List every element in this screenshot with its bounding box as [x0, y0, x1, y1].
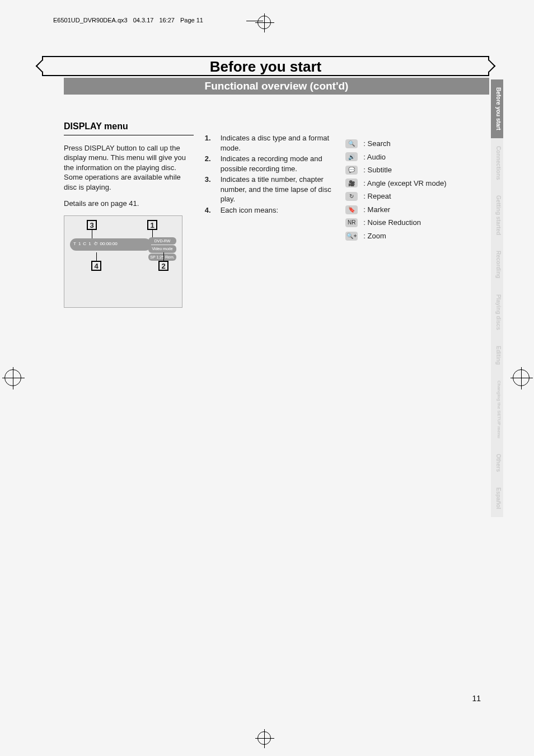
noise-reduction-icon: NR [345, 218, 358, 227]
icon-label: : Zoom [363, 231, 386, 241]
page: E6501UD_DVR90DEA.qx3 04.3.17 16:27 Page … [0, 0, 534, 756]
section-tabs: Before you start Connections Getting sta… [491, 79, 503, 517]
item-number: 2. [205, 154, 215, 173]
section-heading: DISPLAY menu [64, 120, 194, 135]
callout-1: 1 [147, 220, 157, 230]
icon-label: : Noise Reduction [363, 218, 421, 228]
numbered-list: 1. Indicates a disc type and a format mo… [205, 133, 335, 215]
diagram-status-bar: T 1 C 1 ⏱ 00:00:00 [70, 238, 151, 251]
zoom-icon: 🔍+ [345, 232, 358, 241]
item-text: Indicates a recording mode and possible … [221, 154, 335, 173]
display-diagram: 3 1 T 1 C 1 ⏱ 00:00:00 DVD-RW Video mode… [64, 215, 182, 308]
file-time: 16:27 [159, 17, 175, 24]
icon-label: : Angle (except VR mode) [363, 179, 446, 189]
item-number: 4. [205, 205, 215, 215]
format-mode-pill: Video mode [148, 245, 176, 252]
callout-4: 4 [91, 261, 101, 271]
repeat-icon: ↻ [345, 192, 358, 201]
list-item: 🔍+ : Zoom [345, 231, 475, 241]
marker-icon: 🔖 [345, 205, 358, 214]
callout-line [96, 252, 97, 261]
title-bar: Before you start [42, 56, 489, 76]
icon-label: : Marker [363, 205, 390, 215]
diagram-right-pills: DVD-RW Video mode SP 1:25 Rem. [148, 237, 176, 261]
file-meta: E6501UD_DVR90DEA.qx3 04.3.17 16:27 Page … [53, 17, 203, 24]
tab-before-you-start[interactable]: Before you start [491, 79, 503, 138]
callout-line [163, 252, 164, 261]
list-item: 3. Indicates a title number, chapter num… [205, 175, 335, 204]
list-item: NR : Noise Reduction [345, 218, 475, 228]
list-item: 💬 : Subtitle [345, 165, 475, 175]
column-right: 🔍 : Search 🔊 : Audio 💬 : Subtitle 🎥 : An… [345, 120, 475, 308]
title-letter: T [73, 241, 76, 247]
content: DISPLAY menu Press DISPLAY button to cal… [64, 120, 475, 308]
tab-editing[interactable]: Editing [491, 338, 503, 373]
tab-playing-discs[interactable]: Playing discs [491, 287, 503, 338]
icon-legend-list: 🔍 : Search 🔊 : Audio 💬 : Subtitle 🎥 : An… [345, 139, 475, 241]
column-left: DISPLAY menu Press DISPLAY button to cal… [64, 120, 194, 308]
tab-changing-setup[interactable]: Changing the SETUP menu [491, 373, 503, 446]
item-number: 1. [205, 133, 215, 153]
audio-icon: 🔊 [345, 152, 358, 161]
icon-label: : Subtitle [363, 165, 392, 175]
list-item: 🔖 : Marker [345, 205, 475, 215]
file-page: Page 11 [180, 17, 203, 24]
intro-paragraph: Press DISPLAY button to call up the disp… [64, 143, 194, 192]
page-title: Before you start [43, 57, 488, 76]
registration-mark-icon [4, 369, 21, 386]
column-middle: 1. Indicates a disc type and a format mo… [205, 120, 335, 308]
tab-espanol[interactable]: Español [491, 480, 503, 517]
filename: E6501UD_DVR90DEA.qx3 [53, 17, 128, 24]
list-item: 🎥 : Angle (except VR mode) [345, 179, 475, 189]
item-text: Each icon means: [221, 205, 278, 215]
list-item: 4. Each icon means: [205, 205, 335, 215]
list-item: 🔍 : Search [345, 139, 475, 149]
list-item: ↻ : Repeat [345, 191, 475, 201]
time-value: 00:00:00 [100, 241, 118, 247]
item-text: Indicates a disc type and a format mode. [221, 133, 335, 153]
item-number: 3. [205, 175, 215, 204]
icon-label: : Search [363, 139, 390, 149]
item-text: Indicates a title number, chapter number… [221, 175, 335, 204]
subtitle-icon: 💬 [345, 166, 358, 175]
tab-recording[interactable]: Recording [491, 243, 503, 286]
details-line: Details are on page 41. [64, 199, 194, 209]
rec-time-pill: SP 1:25 Rem. [148, 253, 176, 261]
title-number: 1 [78, 241, 81, 247]
search-icon: 🔍 [345, 139, 358, 148]
callout-3: 3 [87, 220, 97, 230]
icon-label: : Repeat [363, 191, 391, 201]
list-item: 1. Indicates a disc type and a format mo… [205, 133, 335, 153]
registration-mark-icon [257, 731, 271, 745]
clock-icon: ⏱ [93, 241, 98, 247]
callout-line [92, 230, 92, 238]
tab-getting-started[interactable]: Getting started [491, 187, 503, 243]
tab-connections[interactable]: Connections [491, 138, 503, 188]
registration-mark-icon [513, 369, 530, 386]
icon-label: : Audio [363, 152, 386, 162]
page-subtitle: Functional overview (cont'd) [64, 78, 489, 95]
file-date: 04.3.17 [133, 17, 154, 24]
registration-mark-icon [257, 16, 271, 29]
list-item: 2. Indicates a recording mode and possib… [205, 154, 335, 173]
tab-others[interactable]: Others [491, 446, 503, 480]
list-item: 🔊 : Audio [345, 152, 475, 162]
chapter-letter: C [83, 241, 86, 247]
angle-icon: 🎥 [345, 179, 358, 187]
callout-2: 2 [158, 261, 168, 271]
page-number: 11 [472, 694, 481, 703]
chapter-number: 1 [88, 241, 91, 247]
disc-type-pill: DVD-RW [148, 237, 176, 245]
